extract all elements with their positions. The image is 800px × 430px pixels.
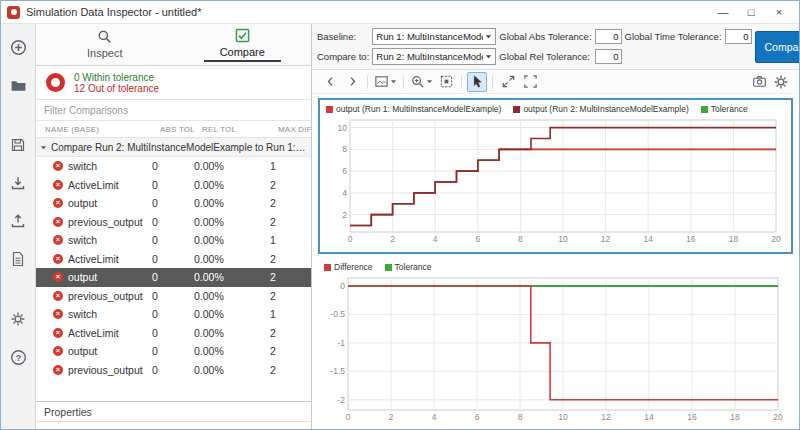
add-button[interactable] [5, 34, 31, 60]
signal-name: switch [68, 234, 97, 246]
svg-text:8: 8 [518, 412, 523, 422]
comparison-row[interactable]: ×switch00.00%1 [36, 157, 311, 176]
fit-icon [439, 74, 454, 89]
right-panel: Baseline: Run 1: MultiInstanceModelExamp… [312, 24, 799, 429]
svg-text:2: 2 [389, 412, 394, 422]
svg-text:6: 6 [475, 234, 480, 244]
difference-plot[interactable]: 024681012141618200-0.5-1-1.5-2 [322, 274, 786, 424]
svg-text:20: 20 [773, 412, 783, 422]
export-button[interactable] [5, 208, 31, 234]
legend-item: output (Run 1: MultiInstanceModelExample… [326, 104, 501, 114]
global-abs-tolerance-input[interactable] [595, 29, 622, 44]
maximize-icon [523, 74, 538, 89]
svg-text:12: 12 [601, 412, 611, 422]
toolbar-separator [367, 75, 368, 89]
tab-compare[interactable]: Compare [174, 24, 312, 65]
global-time-tolerance-label: Global Time Tolerance: [625, 31, 722, 42]
table-header: NAME (BASE) ABS TOL REL TOL MAX DIFF [36, 121, 311, 138]
abs-tol-value: 0 [152, 290, 194, 302]
abs-tol-value: 0 [152, 364, 194, 376]
close-button[interactable]: × [765, 6, 793, 18]
tab-inspect[interactable]: Inspect [36, 24, 174, 65]
rel-tol-value: 0.00% [194, 253, 270, 265]
baseline-select[interactable]: Run 1: MultiInstanceModelExample [372, 28, 496, 45]
out-of-tolerance-summary-icon [46, 73, 65, 92]
comparison-plot[interactable]: 02468101214161820246810 [324, 116, 784, 246]
global-rel-tolerance-label: Global Rel Tolerance: [499, 51, 591, 62]
create-report-button[interactable] [5, 246, 31, 272]
comparison-row[interactable]: ×ActiveLimit00.00%2 [36, 250, 311, 269]
filter-row [36, 100, 311, 121]
signal-name: previous_output [68, 364, 143, 376]
comparison-row[interactable]: ×switch00.00%1 [36, 305, 311, 324]
preferences-button[interactable] [5, 306, 31, 332]
next-signal-button[interactable] [342, 72, 362, 92]
global-time-tolerance-input[interactable] [725, 29, 752, 44]
subplot-layout-button[interactable] [373, 72, 398, 92]
expand-icon [501, 74, 516, 89]
abs-tol-value: 0 [152, 197, 194, 209]
comparison-row[interactable]: ×previous_output00.00%2 [36, 361, 311, 380]
svg-text:-0.5: -0.5 [330, 309, 345, 319]
comparison-row[interactable]: ×output00.00%2 [36, 342, 311, 361]
svg-text:18: 18 [730, 412, 740, 422]
svg-text:16: 16 [687, 412, 697, 422]
legend-item: Difference [324, 262, 373, 272]
pointer-button[interactable] [467, 72, 487, 92]
tab-compare-label: Compare [204, 46, 281, 62]
save-button[interactable] [5, 132, 31, 158]
expand-plot-button[interactable] [498, 72, 518, 92]
fit-to-view-button[interactable] [436, 72, 456, 92]
snapshot-button[interactable] [749, 72, 769, 92]
compare-to-select[interactable]: Run 2: MultiInstanceModelExample [372, 48, 496, 65]
legend-label: Difference [334, 262, 373, 272]
comparison-row[interactable]: ×ActiveLimit00.00%2 [36, 176, 311, 195]
svg-text:18: 18 [729, 234, 739, 244]
open-button[interactable] [5, 72, 31, 98]
properties-section-header[interactable]: Properties [36, 401, 311, 422]
folder-icon [10, 77, 27, 94]
tab-bar: Inspect Compare [36, 24, 311, 66]
comparison-chart-container[interactable]: output (Run 1: MultiInstanceModelExample… [318, 98, 793, 254]
window-controls: — □ × [709, 6, 793, 18]
maximize-plot-button[interactable] [520, 72, 540, 92]
prev-signal-button[interactable] [320, 72, 340, 92]
compare-to-label: Compare to: [317, 51, 369, 62]
abs-tol-value: 0 [152, 308, 194, 320]
legend-item: Tolerance [385, 262, 432, 272]
rel-tol-value: 0.00% [194, 179, 270, 191]
filter-comparisons-input[interactable] [44, 105, 303, 116]
maximize-button[interactable]: □ [737, 6, 765, 18]
comparison-row[interactable]: ×ActiveLimit00.00%2 [36, 324, 311, 343]
comparison-row[interactable]: ×previous_output00.00%2 [36, 213, 311, 232]
header-name[interactable]: NAME (BASE) [36, 125, 152, 134]
plot-settings-button[interactable] [771, 72, 791, 92]
compare-button[interactable]: Compare [755, 31, 800, 63]
header-rel-tol[interactable]: REL TOL [194, 125, 270, 134]
help-button[interactable]: ? [5, 344, 31, 370]
comparison-row[interactable]: ×switch00.00%1 [36, 231, 311, 250]
svg-text:2: 2 [342, 210, 347, 220]
difference-chart-container[interactable]: DifferenceTolerance 024681012141618200-0… [318, 258, 793, 430]
chevron-down-icon [426, 78, 433, 85]
comparison-row[interactable]: ×output00.00%2 [36, 268, 311, 287]
comparison-row[interactable]: ×output00.00%2 [36, 194, 311, 213]
zoom-in-button[interactable] [409, 72, 434, 92]
cursor-icon [470, 74, 485, 89]
global-rel-tolerance-input[interactable] [595, 49, 622, 64]
rel-tol-value: 0.00% [194, 197, 270, 209]
comparison-group-row[interactable]: Compare Run 2: MultiInstanceModelExample… [36, 138, 311, 157]
header-abs-tol[interactable]: ABS TOL [152, 125, 194, 134]
within-tolerance-count: 0 Within tolerance [74, 72, 159, 83]
minimize-button[interactable]: — [709, 6, 737, 18]
abs-tol-value: 0 [152, 234, 194, 246]
svg-text:4: 4 [432, 412, 437, 422]
comparison-rows: ×switch00.00%1×ActiveLimit00.00%2×output… [36, 157, 311, 379]
camera-icon [752, 74, 767, 89]
signal-name: output [68, 345, 97, 357]
legend-swatch [385, 264, 392, 271]
import-button[interactable] [5, 170, 31, 196]
svg-text:16: 16 [686, 234, 696, 244]
comparison-row[interactable]: ×previous_output00.00%2 [36, 287, 311, 306]
rel-tol-value: 0.00% [194, 327, 270, 339]
